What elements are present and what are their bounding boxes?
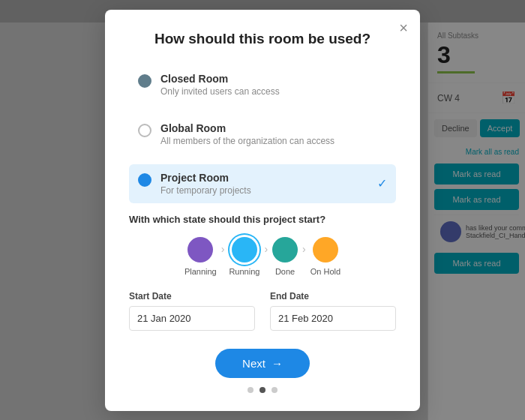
onhold-label: On Hold: [310, 267, 340, 276]
modal-title: How should this room be used?: [129, 31, 396, 47]
end-date-field: End Date: [270, 291, 396, 331]
modal-footer: Next →: [129, 349, 396, 393]
project-room-text: Project Room For temporary projects: [160, 172, 377, 196]
state-question: With which state should this project sta…: [129, 214, 396, 225]
next-button[interactable]: Next →: [215, 349, 310, 378]
closed-room-label: Closed Room: [160, 73, 280, 85]
done-circle: [272, 237, 298, 262]
state-running[interactable]: Running: [229, 237, 260, 276]
states-row: Planning › Running › Done › On Hold: [129, 237, 396, 276]
running-circle: [232, 237, 257, 262]
start-date-input[interactable]: [129, 306, 255, 331]
next-arrow-icon: →: [272, 357, 283, 370]
closed-room-desc: Only invited users can access: [160, 86, 280, 97]
start-date-field: Start Date: [129, 291, 255, 331]
closed-room-radio: [138, 74, 152, 88]
dot-2: [260, 387, 266, 393]
room-setup-modal: × How should this room be used? Closed R…: [105, 10, 420, 411]
global-room-desc: All members of the organization can acce…: [160, 136, 334, 146]
pagination-dots: [248, 387, 278, 393]
project-room-checkmark: ✓: [377, 176, 387, 190]
end-date-label: End Date: [270, 291, 396, 302]
arrow-2: ›: [264, 243, 268, 255]
close-button[interactable]: ×: [399, 20, 408, 35]
dot-3: [272, 387, 278, 393]
project-room-label: Project Room: [160, 172, 377, 184]
closed-room-option[interactable]: Closed Room Only invited users can acces…: [129, 65, 396, 104]
done-label: Done: [275, 267, 295, 276]
planning-circle: [188, 237, 213, 262]
project-room-option[interactable]: Project Room For temporary projects ✓: [129, 164, 396, 203]
global-room-radio: [138, 124, 152, 137]
arrow-3: ›: [302, 243, 306, 255]
global-room-option[interactable]: Global Room All members of the organizat…: [129, 115, 396, 154]
global-room-label: Global Room: [160, 122, 334, 134]
start-date-label: Start Date: [129, 291, 255, 302]
modal-overlay: × How should this room be used? Closed R…: [0, 0, 525, 420]
project-room-desc: For temporary projects: [160, 185, 377, 196]
planning-label: Planning: [184, 267, 217, 276]
arrow-1: ›: [221, 243, 225, 255]
global-room-text: Global Room All members of the organizat…: [160, 122, 334, 146]
end-date-input[interactable]: [270, 306, 396, 331]
running-label: Running: [229, 267, 260, 276]
onhold-circle: [313, 237, 338, 262]
state-done[interactable]: Done: [272, 237, 298, 276]
next-label: Next: [242, 357, 266, 370]
state-onhold[interactable]: On Hold: [310, 237, 340, 276]
dot-1: [248, 387, 254, 393]
closed-room-text: Closed Room Only invited users can acces…: [160, 73, 280, 97]
state-planning[interactable]: Planning: [184, 237, 217, 276]
dates-row: Start Date End Date: [129, 291, 396, 331]
project-room-radio: [138, 173, 152, 187]
